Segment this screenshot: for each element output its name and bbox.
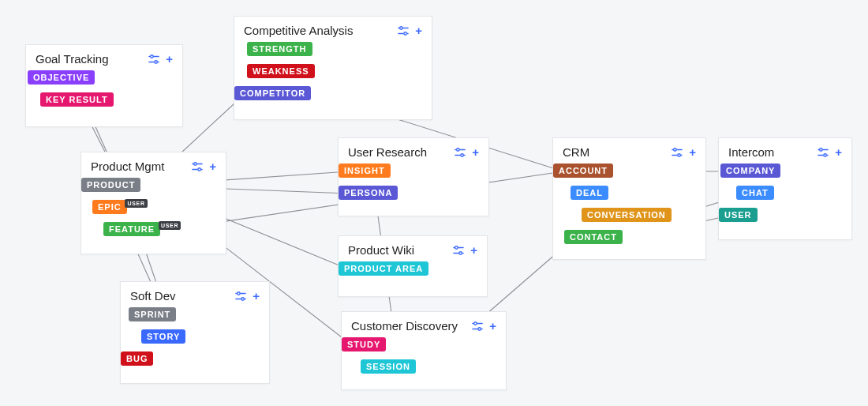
card-actions: + xyxy=(235,290,260,302)
tag-deal[interactable]: DEAL xyxy=(571,186,608,200)
svg-point-26 xyxy=(474,321,477,325)
user-badge: USER xyxy=(159,221,181,230)
tag-sprint[interactable]: SPRINT xyxy=(129,307,176,321)
settings-icon[interactable] xyxy=(472,321,483,332)
svg-point-31 xyxy=(678,153,681,156)
svg-point-23 xyxy=(459,251,462,254)
svg-point-35 xyxy=(824,153,827,156)
add-icon[interactable]: + xyxy=(253,290,260,302)
card-header: Product Mgmt+ xyxy=(81,152,226,178)
svg-point-22 xyxy=(455,246,458,249)
card-body: PRODUCTEPICUSERFEATUREUSER xyxy=(81,178,226,263)
tag-contact[interactable]: CONTACT xyxy=(564,230,623,244)
card-actions: + xyxy=(672,146,696,158)
tag-conversation[interactable]: CONVERSATION xyxy=(582,208,672,222)
card-ur[interactable]: User Research+INSIGHTPERSONA xyxy=(338,137,489,216)
add-icon[interactable]: + xyxy=(415,24,422,36)
card-cd[interactable]: Customer Discovery+STUDYSESSION xyxy=(341,311,507,390)
user-badge: USER xyxy=(125,199,147,208)
settings-icon[interactable] xyxy=(192,161,203,172)
tag-bug[interactable]: BUG xyxy=(121,351,153,366)
card-body: INSIGHTPERSONA xyxy=(339,164,488,225)
card-pm[interactable]: Product Mgmt+PRODUCTEPICUSERFEATUREUSER xyxy=(80,152,226,254)
card-body: STUDYSESSION xyxy=(342,337,506,399)
card-title: Intercom xyxy=(728,145,774,159)
card-title: CRM xyxy=(563,145,589,159)
svg-point-19 xyxy=(461,153,464,156)
tag-company[interactable]: COMPANY xyxy=(720,164,780,178)
tag-study[interactable]: STUDY xyxy=(342,337,386,351)
svg-point-30 xyxy=(674,148,677,151)
svg-point-34 xyxy=(820,148,823,151)
settings-icon[interactable] xyxy=(398,25,409,36)
tag-parea[interactable]: PRODUCT AREA xyxy=(339,261,428,276)
card-ca[interactable]: Competitive Analysis+STRENGTHWEAKNESSCOM… xyxy=(234,16,432,120)
card-title: Customer Discovery xyxy=(351,319,458,333)
settings-icon[interactable] xyxy=(672,147,683,158)
card-body: COMPANYCHATUSER xyxy=(719,164,851,249)
card-header: Competitive Analysis+ xyxy=(234,17,432,42)
card-actions: + xyxy=(817,146,842,158)
card-header: Customer Discovery+ xyxy=(342,312,506,337)
add-icon[interactable]: + xyxy=(489,320,496,332)
svg-point-7 xyxy=(198,167,201,171)
card-sd[interactable]: Soft Dev+SPRINTSTORYBUG xyxy=(120,281,270,384)
tag-session[interactable]: SESSION xyxy=(361,359,416,374)
settings-icon[interactable] xyxy=(148,54,159,65)
card-actions: + xyxy=(192,160,216,172)
card-body: OBJECTIVEKEY RESULT xyxy=(26,70,182,134)
tag-epic[interactable]: EPICUSER xyxy=(92,200,127,214)
card-pw[interactable]: Product Wiki+PRODUCT AREA xyxy=(338,235,488,297)
card-ic[interactable]: Intercom+COMPANYCHATUSER xyxy=(718,137,852,240)
tag-insight[interactable]: INSIGHT xyxy=(339,164,391,178)
card-body: STRENGTHWEAKNESSCOMPETITOR xyxy=(234,42,432,127)
card-actions: + xyxy=(472,320,496,332)
settings-icon[interactable] xyxy=(817,147,829,158)
card-body: PRODUCT AREA xyxy=(339,261,487,306)
card-body: ACCOUNTDEALCONVERSATIONCONTACT xyxy=(553,164,705,269)
tag-keyresult[interactable]: KEY RESULT xyxy=(40,92,114,107)
card-title: Soft Dev xyxy=(130,289,176,303)
card-crm[interactable]: CRM+ACCOUNTDEALCONVERSATIONCONTACT xyxy=(552,137,706,260)
add-icon[interactable]: + xyxy=(472,146,479,158)
add-icon[interactable]: + xyxy=(470,244,477,256)
svg-point-11 xyxy=(241,297,245,300)
svg-point-10 xyxy=(238,291,241,295)
svg-point-3 xyxy=(155,60,158,63)
tag-product[interactable]: PRODUCT xyxy=(81,178,140,192)
card-actions: + xyxy=(148,53,173,65)
card-goal[interactable]: Goal Tracking+OBJECTIVEKEY RESULT xyxy=(25,44,183,127)
tag-weakness[interactable]: WEAKNESS xyxy=(247,64,315,78)
add-icon[interactable]: + xyxy=(835,146,842,158)
add-icon[interactable]: + xyxy=(166,53,173,65)
tag-objective[interactable]: OBJECTIVE xyxy=(28,70,95,85)
card-actions: + xyxy=(398,24,422,36)
settings-icon[interactable] xyxy=(235,291,246,302)
settings-icon[interactable] xyxy=(455,147,466,158)
card-header: Soft Dev+ xyxy=(121,282,269,307)
card-header: CRM+ xyxy=(553,138,705,164)
card-title: User Research xyxy=(348,145,427,159)
tag-icuser[interactable]: USER xyxy=(719,208,758,222)
card-header: Goal Tracking+ xyxy=(26,45,182,70)
tag-strength[interactable]: STRENGTH xyxy=(247,42,312,56)
tag-story[interactable]: STORY xyxy=(141,329,185,344)
svg-point-6 xyxy=(194,162,197,165)
card-title: Product Wiki xyxy=(348,243,414,257)
tag-persona[interactable]: PERSONA xyxy=(339,186,398,200)
svg-point-18 xyxy=(457,148,460,151)
svg-point-15 xyxy=(404,32,407,35)
add-icon[interactable]: + xyxy=(689,146,696,158)
tag-competitor[interactable]: COMPETITOR xyxy=(234,86,311,100)
card-title: Product Mgmt xyxy=(91,160,164,173)
card-actions: + xyxy=(455,146,479,158)
svg-point-14 xyxy=(400,26,403,29)
card-header: Intercom+ xyxy=(719,138,851,164)
tag-account[interactable]: ACCOUNT xyxy=(553,164,613,178)
card-title: Goal Tracking xyxy=(36,52,109,66)
settings-icon[interactable] xyxy=(453,245,464,256)
tag-feature[interactable]: FEATUREUSER xyxy=(103,222,160,236)
add-icon[interactable]: + xyxy=(209,160,216,172)
card-header: User Research+ xyxy=(339,138,488,164)
tag-chat[interactable]: CHAT xyxy=(736,186,774,200)
